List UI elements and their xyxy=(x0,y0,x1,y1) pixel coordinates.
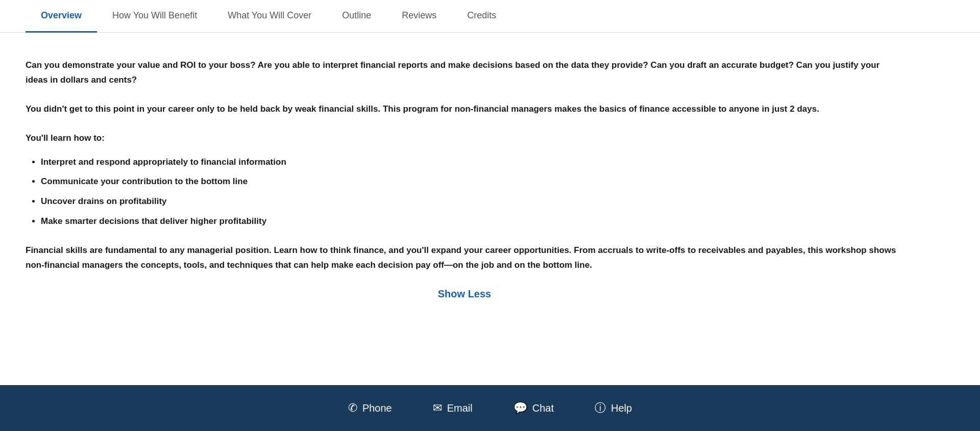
footer-chat[interactable]: 💬 Chat xyxy=(513,401,554,415)
tab-credits[interactable]: Credits xyxy=(452,0,511,33)
tabs-nav: Overview How You Will Benefit What You W… xyxy=(0,0,980,33)
tab-what-you-will-cover[interactable]: What You Will Cover xyxy=(212,0,327,33)
tab-reviews[interactable]: Reviews xyxy=(386,0,452,33)
footer-phone-label: Phone xyxy=(362,402,392,414)
footer-phone[interactable]: ✆ Phone xyxy=(348,401,392,415)
paragraph-1: Can you demonstrate your value and ROI t… xyxy=(26,58,903,88)
learn-label: You'll learn how to: xyxy=(26,131,903,146)
paragraph-2: You didn't get to this point in your car… xyxy=(26,102,903,117)
tab-outline[interactable]: Outline xyxy=(327,0,386,33)
phone-icon: ✆ xyxy=(348,401,357,415)
bullet-list: Interpret and respond appropriately to f… xyxy=(41,155,903,230)
list-item: Interpret and respond appropriately to f… xyxy=(41,155,903,170)
overview-content: Can you demonstrate your value and ROI t… xyxy=(0,33,929,385)
show-less-button[interactable]: Show Less xyxy=(438,288,491,300)
tab-overview[interactable]: Overview xyxy=(26,0,97,33)
tab-how-you-will-benefit[interactable]: How You Will Benefit xyxy=(97,0,212,33)
footer-email-label: Email xyxy=(447,402,473,414)
footer-chat-label: Chat xyxy=(532,402,554,414)
chat-icon: 💬 xyxy=(513,401,527,415)
footer: ✆ Phone ✉ Email 💬 Chat ⓘ Help xyxy=(0,385,980,431)
footer-help-label: Help xyxy=(611,402,632,414)
paragraph-3: Financial skills are fundamental to any … xyxy=(26,243,903,273)
help-icon: ⓘ xyxy=(595,400,606,416)
list-item: Make smarter decisions that deliver high… xyxy=(41,214,903,229)
show-less-container: Show Less xyxy=(26,288,903,300)
email-icon: ✉ xyxy=(433,401,442,415)
list-item: Uncover drains on profitability xyxy=(41,194,903,209)
list-item: Communicate your contribution to the bot… xyxy=(41,174,903,189)
footer-email[interactable]: ✉ Email xyxy=(433,401,473,415)
footer-help[interactable]: ⓘ Help xyxy=(595,400,632,416)
